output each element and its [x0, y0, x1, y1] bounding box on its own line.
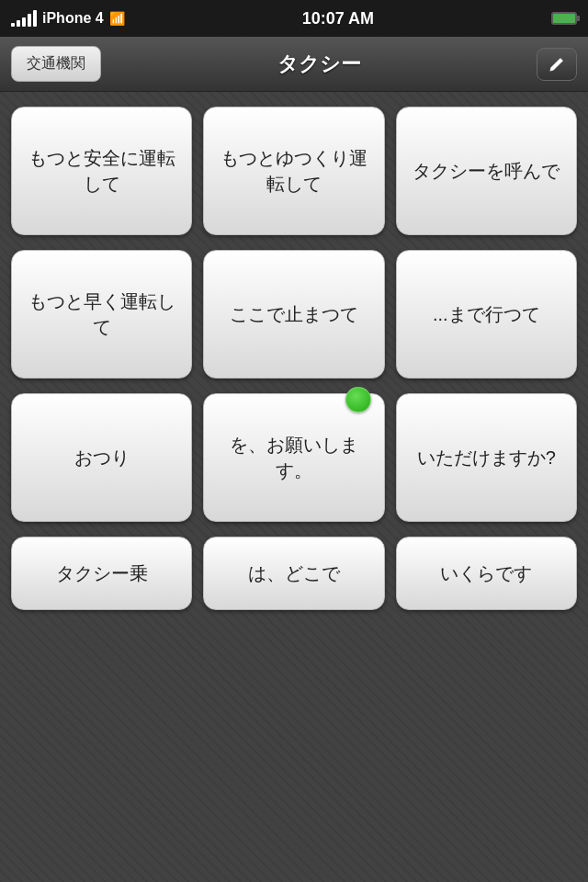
bar5 [33, 10, 37, 27]
btn-may-i[interactable]: いただけますか? [396, 393, 577, 522]
page-title: タクシー [101, 51, 537, 78]
nav-bar: 交通機関 タクシー [0, 37, 588, 92]
btn-how-much[interactable]: いくらです [396, 537, 577, 610]
time-display: 10:07 AM [302, 9, 374, 28]
btn-change[interactable]: おつり [11, 393, 192, 522]
btn-please[interactable]: を、お願いします。 [203, 393, 384, 522]
status-left: iPhone 4 📶 [11, 10, 125, 27]
grid-row-2: もつと早く運転して ここで止まつて ...まで行つて [11, 250, 577, 379]
status-right [551, 12, 577, 25]
grid-row-3: おつり を、お願いします。 いただけますか? [11, 393, 577, 522]
grid-row-1: もつと安全に運転して もつとゆつくり運転して タクシーを呼んで [11, 107, 577, 235]
btn-fast-drive[interactable]: もつと早く運転して [11, 250, 192, 379]
btn-safe-drive[interactable]: もつと安全に運転して [11, 107, 192, 235]
back-button[interactable]: 交通機関 [11, 46, 101, 82]
bar1 [11, 23, 15, 27]
signal-bars [11, 10, 37, 27]
content-area: もつと安全に運転して もつとゆつくり運転して タクシーを呼んで もつと早く運転し… [0, 92, 588, 882]
btn-where[interactable]: は、どこで [203, 537, 384, 610]
btn-stop-here[interactable]: ここで止まつて [203, 250, 384, 379]
btn-slow-drive[interactable]: もつとゆつくり運転して [203, 107, 384, 235]
bar2 [17, 20, 20, 27]
green-dot-indicator [345, 387, 371, 413]
grid-row-4: タクシー乗 は、どこで いくらです [11, 537, 577, 610]
btn-go-to[interactable]: ...まで行つて [396, 250, 577, 379]
pencil-icon [548, 55, 565, 74]
edit-button[interactable] [537, 48, 577, 81]
bar3 [22, 17, 26, 27]
btn-call-taxi[interactable]: タクシーを呼んで [396, 107, 577, 235]
bar4 [28, 14, 31, 27]
battery-icon [551, 12, 577, 25]
status-bar: iPhone 4 📶 10:07 AM [0, 0, 588, 37]
carrier-label: iPhone 4 [42, 10, 104, 27]
wifi-icon: 📶 [109, 11, 125, 26]
btn-taxi-ride[interactable]: タクシー乗 [11, 537, 192, 610]
